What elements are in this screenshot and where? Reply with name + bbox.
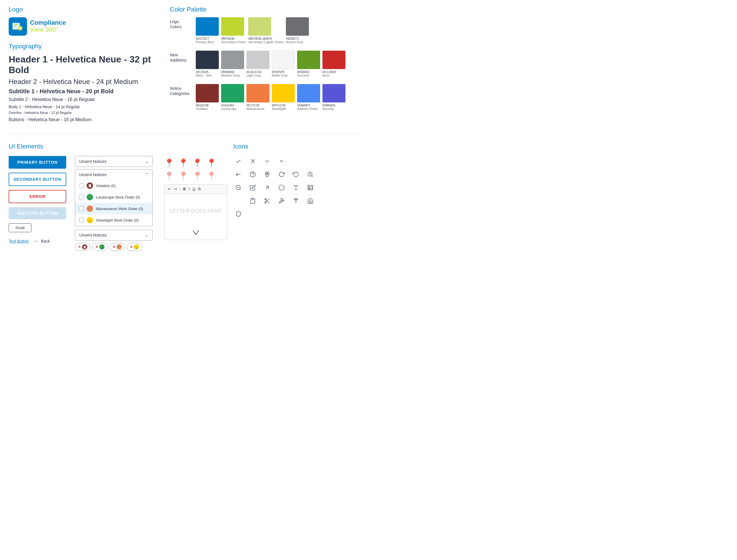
empty3: [233, 196, 243, 206]
checkbox-maintenance[interactable]: [79, 206, 84, 211]
tag-x-landscape[interactable]: ✕: [95, 245, 98, 249]
tag-maintenance-icon: 🔧: [117, 244, 122, 249]
back-button[interactable]: ← Back: [35, 239, 50, 244]
checkbox-violation[interactable]: [79, 183, 84, 188]
new-additions-label: NewAdditions: [170, 51, 196, 63]
svg-line-33: [266, 200, 267, 201]
svg-point-12: [266, 173, 268, 174]
strikethrough-icon[interactable]: S: [198, 187, 201, 191]
arrow-up-right-icon: [262, 182, 272, 193]
primary-button[interactable]: PRIMARY BUTTON: [9, 156, 66, 169]
location-pin-icon: [262, 169, 272, 180]
dropdown-closed-label: Unsent Notices: [79, 159, 106, 164]
chevron-up-icon: [276, 156, 287, 166]
clipboard-icon: [247, 196, 258, 206]
icons-grid: [233, 156, 360, 219]
tag-chip-violation[interactable]: ✕ 📋: [75, 243, 90, 251]
underline-icon[interactable]: U: [193, 187, 195, 191]
letter-body[interactable]: LETTER GOES HERE: [164, 194, 227, 228]
dropdown-closed[interactable]: Unsent Notices ⌄: [75, 156, 153, 167]
tag-chip-maintenance[interactable]: ✕ 🔧: [109, 243, 125, 251]
pins-row-filled: 📍 📍 📍 📍: [164, 158, 227, 168]
small-button[interactable]: Small: [9, 223, 31, 232]
tag-x-maintenance[interactable]: ✕: [113, 245, 115, 249]
chevron-up-icon: ⌃: [145, 172, 148, 177]
swatch-secondary-green: #BFD630 Secondary Green: [221, 17, 246, 44]
tag-x-streetlight[interactable]: ✕: [130, 245, 133, 249]
arrow-left-icon: [233, 169, 243, 180]
tag-x-violation[interactable]: ✕: [78, 245, 81, 249]
maintenance-icon: 🔧: [87, 205, 93, 212]
empty1: [291, 156, 301, 166]
logo-swatches: #017DC7 Primary Blue #BFD630 Secondary G…: [196, 17, 309, 44]
lamppost-icon: [291, 196, 301, 206]
refresh-ccw-icon: [291, 169, 301, 180]
swatch-error: #CC2929 Error: [322, 51, 345, 77]
bold-icon[interactable]: B: [183, 187, 186, 191]
maintenance-label: Maintenance Work Order (0): [96, 207, 143, 211]
swatch-secondary-lighter-green: #BFD630 @60% Secondary Lighter Green: [248, 17, 283, 44]
pins-row-outline: 📍 📍 📍 📍: [164, 171, 227, 181]
dropdown-menu: 📋 Violation (0) 🌿 Landscape Work Order (…: [75, 180, 153, 226]
type-buttons: Buttons - Helvetica Neue - 16 pt Medium: [9, 117, 158, 122]
letter-placeholder: LETTER GOES HERE: [169, 207, 222, 215]
tag-chips-row: ✕ 📋 ✕ 🌿 ✕ 🔧 ✕ 💡: [75, 243, 155, 251]
logo: Compliance View 360°: [9, 17, 158, 36]
checkbox-landscape[interactable]: [79, 195, 84, 199]
check-icon: [233, 156, 243, 166]
logo-colors-row: LogoColors #017DC7 Primary Blue #BFD630 …: [170, 17, 360, 44]
landscape-icon: 🌿: [87, 194, 93, 200]
violation-icon: 📋: [87, 182, 93, 189]
chevron-down-icon2: ⌄: [145, 233, 148, 237]
undo-icon[interactable]: ↩: [168, 187, 171, 191]
redo-icon[interactable]: ↪: [174, 187, 177, 191]
logo-compliance: Compliance: [30, 20, 66, 26]
pin-violation-outline: 📍: [164, 171, 174, 181]
arrow-down-svg: [191, 228, 200, 237]
swatch-white-gray: #F4F5F5 White Gray: [272, 51, 295, 77]
back-label: Back: [41, 239, 50, 243]
pin-streetlight: 📍: [206, 158, 216, 168]
dropdown-open-header[interactable]: Unsent Notices ⌃: [75, 169, 153, 180]
typography-section: Typography Header 1 - Helvetica Neue - 3…: [9, 43, 158, 122]
swatch-success: #659922 Success: [297, 51, 320, 77]
pin-landscape: 📍: [178, 158, 188, 168]
tag-chip-landscape[interactable]: ✕ 🌿: [92, 243, 108, 251]
chevron-down-icon: ⌄: [145, 159, 148, 164]
swatch-security: #5856D6 Security: [322, 84, 345, 111]
svg-point-30: [265, 202, 266, 203]
error-button[interactable]: ERROR: [9, 190, 66, 203]
dropdown-item-streetlight[interactable]: 💡 Streetlight Work Order (0): [75, 214, 152, 226]
secondary-button[interactable]: SECONDARY BUTTON: [9, 173, 66, 186]
empty2: [305, 156, 315, 166]
logo-text: Compliance View 360°: [30, 20, 66, 33]
type-h2: Header 2 - Helvetica Neue - 24 pt Medium: [9, 78, 158, 86]
checkbox-streetlight[interactable]: [79, 218, 84, 222]
logo-svg: [12, 20, 24, 33]
svg-rect-2: [14, 24, 18, 25]
dropdown-item-violation[interactable]: 📋 Violation (0): [75, 180, 152, 191]
dropdowns-column: Unsent Notices ⌄ Unsent Notices ⌃ 📋 Viol…: [75, 156, 155, 251]
scissors-icon: [262, 196, 272, 206]
dropdown-item-maintenance[interactable]: 🔧 Maintenance Work Order (0): [75, 203, 152, 214]
notice-categories-row: NoticeCategories #822F2B Violation #1EA3…: [170, 84, 360, 111]
svg-line-32: [268, 201, 269, 203]
italic-icon[interactable]: I: [188, 187, 190, 191]
logo-view360: View 360°: [30, 26, 66, 33]
hammer-icon: [276, 196, 287, 206]
swatch-primary-blue: #017DC7 Primary Blue: [196, 17, 219, 44]
pin-maintenance-outline: 📍: [192, 171, 202, 181]
tag-streetlight-icon: 💡: [134, 244, 139, 249]
tag-chip-streetlight[interactable]: ✕ 💡: [127, 243, 142, 251]
pin-streetlight-outline: 📍: [206, 171, 216, 181]
refresh-cw-icon: [276, 169, 287, 180]
text-button[interactable]: Text Button: [9, 239, 29, 243]
dropdown-item-landscape[interactable]: 🌿 Landscape Work Order (0): [75, 191, 152, 203]
type-subtitle2: Subtitle 2 - Helvetica Neue - 16 pt Regu…: [9, 97, 158, 102]
ui-elements-title: UI Elements: [9, 143, 227, 150]
svg-line-20: [266, 186, 268, 189]
back-arrow-icon: ←: [35, 239, 39, 244]
zoom-out-icon: [233, 182, 243, 193]
icons-section: Icons: [227, 143, 360, 251]
dropdown-select[interactable]: Unsent Notices: ⌄: [75, 230, 153, 241]
